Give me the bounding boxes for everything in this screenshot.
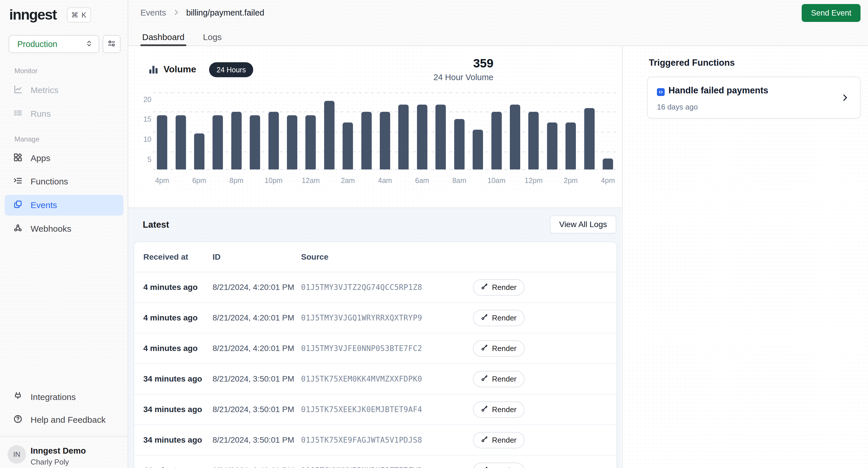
render-source-button[interactable]: Render: [473, 310, 525, 326]
event-id: 01J5TMY3VJGQ1WRYRRXQXTRYP9: [301, 313, 464, 322]
x-tick-label: 6am: [413, 176, 431, 186]
environment-select[interactable]: Production: [9, 35, 99, 53]
sidebar-item-apps[interactable]: Apps: [5, 148, 123, 169]
render-source-button[interactable]: Render: [473, 340, 525, 357]
table-row[interactable]: 4 minutes ago 8/21/2024, 4:20:01 PM 01J5…: [134, 272, 617, 303]
chart-bars: [153, 93, 617, 169]
render-label: Render: [492, 375, 517, 383]
x-tick-label: 6pm: [190, 176, 209, 186]
table-row[interactable]: 34 minutes ago 8/21/2024, 3:50:01 PM 01J…: [134, 395, 617, 425]
render-source-button[interactable]: Render: [473, 371, 525, 387]
x-tick-label: 4pm: [599, 176, 617, 186]
webhooks-icon: [13, 223, 23, 235]
chart-bar: [435, 105, 446, 169]
event-id: 01J5TMY3VJFE0NNP0S3BTE7FC2: [301, 344, 464, 353]
sidebar-item-help[interactable]: Help and Feedback: [5, 409, 123, 430]
environment-settings-button[interactable]: [103, 35, 121, 53]
volume-total-label: 24 Hour Volume: [433, 73, 493, 82]
render-source-button[interactable]: Render: [473, 401, 525, 418]
inngest-logo[interactable]: inngest: [9, 6, 57, 23]
chart-bar: [603, 159, 613, 169]
chart-bar: [176, 115, 186, 169]
x-tick-label: 12am: [301, 176, 320, 186]
received-at-timestamp: 8/21/2024, 4:20:01 PM: [213, 344, 301, 353]
breadcrumb: Events billing/payment.failed: [141, 8, 265, 18]
send-event-button[interactable]: Send Event: [802, 4, 861, 22]
x-tick-label: 8pm: [227, 176, 246, 186]
sidebar-item-runs[interactable]: Runs: [5, 103, 123, 124]
sidebar-item-webhooks[interactable]: Webhooks: [5, 219, 123, 239]
render-source-button[interactable]: Render: [473, 279, 525, 296]
source-cell: Render: [464, 401, 525, 418]
chart-bar: [473, 130, 483, 169]
x-tick-label: 8am: [450, 176, 469, 186]
chart-bar: [157, 115, 167, 169]
sidebar-divider: [0, 436, 128, 437]
help-circle-icon: [13, 414, 23, 426]
sidebar-item-label: Help and Feedback: [31, 415, 105, 425]
source-cell: Render: [464, 310, 525, 326]
event-id: 01J5TK75XE9FAGJWTA5V1PDJS8: [301, 436, 464, 444]
sidebar-item-integrations[interactable]: Integrations: [5, 387, 123, 407]
command-k-shortcut[interactable]: ⌘ K: [67, 7, 91, 23]
received-at-relative: 4 minutes ago: [143, 344, 213, 353]
sidebar-item-label: Webhooks: [31, 224, 71, 234]
render-label: Render: [492, 466, 517, 468]
chart-bar: [547, 123, 557, 169]
render-source-button[interactable]: Render: [473, 432, 525, 448]
tab-logs[interactable]: Logs: [203, 28, 222, 46]
events-table: Received at ID Source 4 minutes ago 8/21…: [133, 241, 617, 468]
x-tick-label: 2pm: [561, 176, 580, 186]
sidebar-item-label: Integrations: [31, 392, 76, 402]
chart-bar: [324, 101, 335, 169]
sidebar-item-functions[interactable]: Functions: [5, 171, 123, 192]
chart-y-axis: 2015105: [128, 93, 151, 169]
table-row[interactable]: 34 minutes ago 8/21/2024, 3:50:01 PM 01J…: [134, 425, 617, 456]
render-source-button[interactable]: Render: [473, 463, 525, 468]
sliders-icon: [107, 39, 116, 49]
sidebar-item-label: Functions: [31, 177, 68, 187]
sidebar-section-monitor: Monitor: [14, 67, 37, 75]
sidebar-item-label: Metrics: [31, 85, 59, 95]
source-cell: Render: [464, 463, 525, 468]
key-icon: [481, 344, 488, 353]
triggered-function-card[interactable]: Handle failed payments 16 days ago: [647, 77, 861, 119]
breadcrumb-events-link[interactable]: Events: [141, 8, 166, 18]
volume-total: 359: [473, 57, 493, 70]
source-cell: Render: [464, 432, 525, 448]
chart-bar: [231, 112, 242, 169]
events-windows-icon: [13, 200, 23, 211]
chart-bar: [584, 108, 595, 169]
column-header-received-at: Received at: [143, 253, 213, 262]
volume-chart: [153, 93, 617, 169]
received-at-relative: 4 minutes ago: [143, 313, 213, 323]
received-at-relative: 44 minutes ago: [143, 466, 213, 468]
sidebar-item-events[interactable]: Events: [5, 195, 123, 215]
user-org: Inngest Demo: [31, 446, 86, 456]
received-at-timestamp: 8/21/2024, 3:50:01 PM: [213, 405, 301, 414]
received-at-timestamp: 8/21/2024, 4:20:01 PM: [213, 313, 301, 323]
key-icon: [481, 375, 488, 383]
tab-dashboard[interactable]: Dashboard: [142, 28, 185, 46]
volume-range-badge[interactable]: 24 Hours: [209, 62, 253, 77]
view-all-logs-button[interactable]: View All Logs: [550, 215, 616, 233]
chart-bar: [565, 123, 576, 169]
chart-bar: [398, 105, 409, 169]
y-tick-label: 20: [143, 95, 151, 104]
user-name: Charly Poly: [31, 458, 69, 467]
x-tick-label: 2am: [339, 176, 357, 186]
chart-bar: [269, 112, 279, 169]
main-content: Volume 24 Hours 359 24 Hour Volume 20151…: [128, 46, 622, 468]
source-cell: Render: [464, 279, 525, 296]
sidebar-item-metrics[interactable]: Metrics: [5, 80, 123, 101]
chart-bar: [491, 112, 502, 169]
event-id: 01J5TK75XEEKJK0EMJBTET9AF4: [301, 405, 464, 414]
table-row[interactable]: 34 minutes ago 8/21/2024, 3:50:01 PM 01J…: [134, 364, 617, 395]
latest-section: Latest View All Logs Received at ID Sour…: [128, 207, 621, 468]
table-row[interactable]: 4 minutes ago 8/21/2024, 4:20:01 PM 01J5…: [134, 333, 617, 364]
table-row[interactable]: 44 minutes ago 8/21/2024, 3:40:01 PM 01J…: [134, 456, 617, 468]
key-icon: [481, 405, 488, 414]
chevrons-up-down-icon: [85, 39, 93, 49]
table-row[interactable]: 4 minutes ago 8/21/2024, 4:20:01 PM 01J5…: [134, 303, 617, 333]
bar-chart-icon: [148, 64, 159, 76]
